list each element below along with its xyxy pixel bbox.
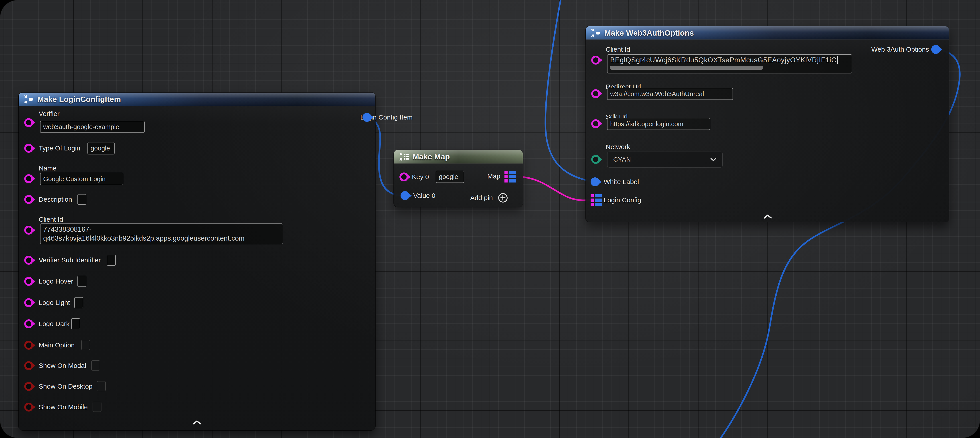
pin-label-main-option: Main Option: [39, 341, 75, 349]
main-option-checkbox[interactable]: [81, 340, 90, 350]
pin-label-client-id: Client Id: [39, 215, 63, 223]
pin-label-white-label: White Label: [604, 178, 639, 186]
pin-label-name: Name: [39, 164, 57, 172]
node-header[interactable]: Make Map: [394, 150, 523, 164]
network-selected-value: CYAN: [613, 156, 631, 163]
pin-key-0[interactable]: [399, 172, 408, 182]
pin-description[interactable]: [24, 195, 33, 204]
pin-login-config[interactable]: [590, 194, 602, 206]
name-input[interactable]: Google Custom Login: [40, 173, 123, 185]
collapse-chevron-icon[interactable]: [192, 420, 201, 425]
make-struct-icon: [23, 95, 34, 104]
logo-light-input[interactable]: [74, 297, 83, 308]
pin-show-on-mobile[interactable]: [24, 403, 33, 411]
pin-client-id[interactable]: [24, 226, 33, 234]
blueprint-graph-canvas[interactable]: Make LoginConfigItem Login Config Item V…: [0, 0, 980, 438]
pin-label-description: Description: [39, 196, 72, 204]
pin-main-option[interactable]: [24, 341, 33, 350]
pin-label-logo-dark: Logo Dark: [39, 320, 69, 328]
pin-logo-hover[interactable]: [24, 277, 33, 286]
add-pin-label: Add pin: [470, 194, 493, 202]
description-input[interactable]: [78, 194, 86, 205]
pin-value-0[interactable]: [401, 191, 409, 200]
node-header[interactable]: Make LoginConfigItem: [19, 92, 375, 107]
client-id-scrollbar[interactable]: [610, 66, 763, 70]
text-cursor: [837, 56, 838, 64]
logo-dark-input[interactable]: [71, 318, 80, 330]
add-pin-plus-icon: [498, 193, 508, 203]
collapse-chevron-icon[interactable]: [763, 214, 772, 219]
pin-logo-dark[interactable]: [24, 319, 33, 328]
make-map-icon: [398, 152, 409, 161]
pin-label-verifier-sub-identifier: Verifier Sub Identifier: [39, 256, 100, 264]
logo-hover-input[interactable]: [78, 276, 86, 287]
redirect-url-input[interactable]: w3a://com.w3a.Web3AuthUnreal: [607, 88, 733, 100]
chevron-down-icon: [710, 158, 716, 162]
node-make-loginconfigitem[interactable]: Make LoginConfigItem Login Config Item V…: [19, 92, 375, 430]
node-title: Make Map: [412, 152, 450, 161]
node-header[interactable]: Make Web3AuthOptions: [586, 26, 949, 40]
node-make-map[interactable]: Make Map Key 0 google Value 0 Map Add pi…: [394, 150, 523, 207]
client-id-input[interactable]: 774338308167- q463s7kpvja16l4l0kko3nb925…: [40, 223, 283, 244]
pin-label-show-on-modal: Show On Modal: [39, 362, 86, 370]
wire-map-to-loginconfig[interactable]: [516, 177, 592, 200]
output-pin-web3auth-options[interactable]: [931, 45, 940, 54]
pin-verifier[interactable]: [24, 118, 33, 127]
output-pin-label: Map: [487, 172, 500, 180]
verifier-sub-identifier-input[interactable]: [107, 255, 116, 266]
pin-client-id[interactable]: [591, 56, 600, 65]
pin-label-login-config: Login Config: [604, 196, 641, 204]
client-id-input[interactable]: BEglQSgt4cUWcj6SKRdu5QkOXTsePmMcusG5EAoy…: [607, 54, 852, 73]
output-pin-login-config-item[interactable]: [363, 113, 371, 122]
node-title: Make Web3AuthOptions: [605, 29, 694, 37]
add-pin-button[interactable]: Add pin: [470, 193, 508, 203]
network-dropdown[interactable]: CYAN: [607, 151, 723, 167]
node-make-web3authoptions[interactable]: Make Web3AuthOptions Web 3Auth Options C…: [586, 26, 949, 222]
node-title: Make LoginConfigItem: [37, 95, 121, 104]
pin-label-key-0: Key 0: [412, 173, 429, 181]
output-pin-map[interactable]: [504, 171, 516, 183]
type-of-login-input[interactable]: google: [88, 142, 115, 154]
pin-label-verifier: Verifier: [39, 110, 59, 118]
pin-label-show-on-mobile: Show On Mobile: [39, 403, 88, 411]
pin-label-logo-hover: Logo Hover: [39, 277, 73, 285]
show-on-mobile-checkbox[interactable]: [92, 402, 102, 412]
show-on-desktop-checkbox[interactable]: [97, 381, 106, 391]
pin-show-on-desktop[interactable]: [24, 382, 33, 391]
pin-type-of-login[interactable]: [24, 144, 33, 153]
verifier-input[interactable]: web3auth-google-example: [40, 121, 145, 133]
pin-name[interactable]: [24, 174, 33, 183]
pin-label-network: Network: [606, 143, 630, 151]
pin-label-value-0: Value 0: [413, 192, 436, 200]
pin-label-client-id: Client Id: [606, 45, 630, 53]
pin-sdk-url[interactable]: [591, 119, 600, 128]
make-struct-icon: [590, 28, 601, 38]
pin-logo-light[interactable]: [24, 298, 33, 307]
pin-label-type-of-login: Type Of Login: [39, 144, 80, 152]
pin-show-on-modal[interactable]: [24, 361, 33, 370]
output-pin-label: Web 3Auth Options: [871, 45, 929, 53]
key-0-input[interactable]: google: [436, 171, 464, 183]
pin-redirect-url[interactable]: [591, 89, 600, 98]
pin-label-logo-light: Logo Light: [39, 299, 70, 307]
sdk-url-input[interactable]: https://sdk.openlogin.com: [607, 118, 710, 130]
pin-label-show-on-desktop: Show On Desktop: [39, 382, 92, 390]
pin-white-label[interactable]: [590, 177, 600, 186]
show-on-modal-checkbox[interactable]: [91, 360, 100, 371]
pin-verifier-sub-identifier[interactable]: [24, 256, 33, 264]
pin-network[interactable]: [591, 155, 600, 164]
